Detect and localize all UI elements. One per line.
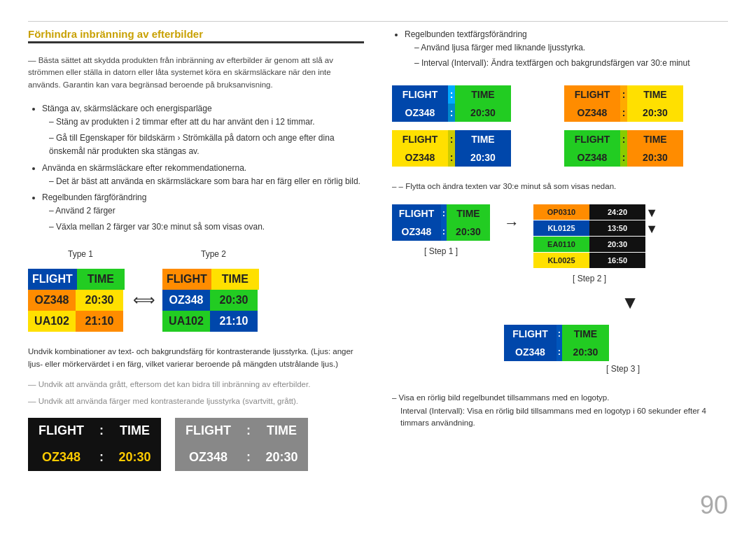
s1-colon: : [441,204,447,223]
lb2-flight: FLIGHT [175,418,241,444]
section-title: Förhindra inbränning av efterbilder [28,28,364,43]
s2-row3: EA0110 20:30 [533,237,645,252]
down-arrow-1: ▼ [645,206,658,220]
type1-label: Type 1 [35,249,126,259]
s3-2030: 20:30 [562,343,609,361]
s2-r3c2: 20:30 [589,237,645,252]
mini-board-1: FLIGHT : TIME OZ348 : 20:30 [392,85,504,122]
mb2-time: TIME [627,85,683,104]
down-arrows: ▼ ▼ [645,206,658,237]
page-number: 90 [700,491,728,520]
sub-1-1: Stäng av produkten i 2 timmar efter att … [49,115,364,129]
mb3-2030: 20:30 [455,148,511,167]
lb1-time: TIME [108,418,161,444]
t1-header-flight: FLIGHT [28,269,77,290]
s3-oz348: OZ348 [504,343,556,361]
mb4-2030: 20:30 [627,148,683,167]
down-arrow-2: ▼ [645,222,658,237]
t1-ua102: UA102 [28,311,76,332]
sub-bullet-3: Använd 2 färger Växla mellan 2 färger va… [42,204,364,234]
t1-2030: 20:30 [76,290,123,311]
t1-header-time: TIME [77,269,125,290]
t2-ua102: UA102 [162,311,210,332]
mb1-time: TIME [455,85,511,104]
s1-time: TIME [447,204,490,223]
mb1-colon: : [448,85,455,104]
lb1-oz348: OZ348 [28,444,94,471]
mini-board-4: FLIGHT : TIME OZ348 : 20:30 [564,130,676,167]
lb2-time: TIME [255,418,308,444]
swap-arrow-icon: ⟺ [133,291,155,309]
t2-header-time: TIME [211,269,259,290]
mb3-colon2: : [448,148,455,167]
step2-to-step3-arrow: ▼ [532,292,728,314]
s2-r2c2: 13:50 [589,220,645,236]
large-boards-row: FLIGHT : TIME OZ348 : 20:30 FLIGHT : TIM… [28,418,364,471]
mb4-oz348: OZ348 [564,148,620,167]
bullet-1: Stänga av, skärmsläckare och energisparl… [42,102,364,159]
mb2-2030: 20:30 [627,104,683,122]
mb1-colon2: : [448,104,455,122]
s1-2030: 20:30 [447,223,490,241]
mini-board-2: FLIGHT : TIME OZ348 : 20:30 [564,85,676,122]
type-boards-row: FLIGHT TIME OZ348 20:30 UA102 21:10 ⟺ FL… [28,269,364,332]
step2-label: [ Step 2 ] [573,274,606,283]
s3-colon2: : [556,343,562,361]
step1-board: FLIGHT : TIME OZ348 : 20:30 [392,204,490,241]
intro-text: Bästa sättet att skydda produkten från i… [28,55,364,91]
bullet-3: Regelbunden färgförändring Använd 2 färg… [42,191,364,234]
sub-3-1: Använd 2 färger [49,204,364,218]
main-bullet-list: Stänga av, skärmsläckare och energisparl… [28,102,364,237]
visa-note1: Visa en rörlig bild regelbundet tillsamm… [392,392,728,404]
s2-row2: KL0125 13:50 [533,220,645,236]
s1-colon2: : [441,223,447,241]
mb4-colon: : [620,130,627,148]
mb3-oz348: OZ348 [392,148,448,167]
s2-r1c1: OP0310 [533,204,589,220]
lb1-colon2: : [94,444,108,471]
s2-row4: KL0025 16:50 [533,253,645,268]
large-board-black: FLIGHT : TIME OZ348 : 20:30 [28,418,161,471]
s3-colon: : [556,325,562,343]
type-labels-row: Type 1 Type 2 [28,249,364,259]
step2-stacked: OP0310 24:20 KL0125 13:50 EA0110 20:30 [533,204,645,268]
step1-item: FLIGHT : TIME OZ348 : 20:30 [ Step 1 ] [392,204,490,256]
lb2-oz348: OZ348 [175,444,241,471]
s3-time: TIME [562,325,609,343]
mb2-colon2: : [620,104,627,122]
lb1-colon: : [94,418,108,444]
top-rule [28,21,728,22]
lb2-colon: : [241,418,255,444]
right-bullet-list: Regelbunden textfärgsförändring Använd l… [392,28,728,73]
mb4-colon2: : [620,148,627,167]
t1-oz348: OZ348 [28,290,76,311]
mb2-colon: : [620,85,627,104]
type2-board: FLIGHT TIME OZ348 20:30 UA102 21:10 [162,269,260,332]
step-arrow-right: → [504,214,519,232]
t2-2110: 21:10 [210,311,258,332]
s2-row1: OP0310 24:20 [533,204,645,220]
large-board-gray: FLIGHT : TIME OZ348 : 20:30 [175,418,308,471]
step3-section: FLIGHT : TIME OZ348 : 20:30 [ Step 3 ] [504,325,728,374]
mb1-flight: FLIGHT [392,85,448,104]
type1-board: FLIGHT TIME OZ348 20:30 UA102 21:10 [28,269,126,332]
left-column: Förhindra inbränning av efterbilder Bäst… [28,28,364,513]
type2-label: Type 2 [168,249,259,259]
right-bullet-1: Regelbunden textfärgsförändring Använd l… [405,28,728,71]
s2-r1c2: 24:20 [589,204,645,220]
mb1-2030: 20:30 [455,104,511,122]
avoid-note3: — Undvik att använda färger med kontrast… [28,397,364,405]
sub-bullet-1: Stäng av produkten i 2 timmar efter att … [42,115,364,159]
s2-r4c1: KL0025 [533,253,589,268]
right-boards-grid: FLIGHT : TIME OZ348 : 20:30 FLIGHT : TIM… [392,85,728,167]
s1-flight: FLIGHT [392,204,441,223]
step3-board: FLIGHT : TIME OZ348 : 20:30 [504,325,609,361]
lb1-2030: 20:30 [108,444,161,471]
visa-notes: Visa en rörlig bild regelbundet tillsamm… [392,388,728,430]
s1-oz348: OZ348 [392,223,441,241]
mb4-flight: FLIGHT [564,130,620,148]
down-arrow-big: ▼ [621,292,639,314]
right-sub-1: Använd ljusa färger med liknande ljussty… [414,41,728,55]
right-column: Regelbunden textfärgsförändring Använd l… [385,28,728,513]
sub-1-2: Gå till Egenskaper för bildskärm › Ström… [49,132,364,158]
